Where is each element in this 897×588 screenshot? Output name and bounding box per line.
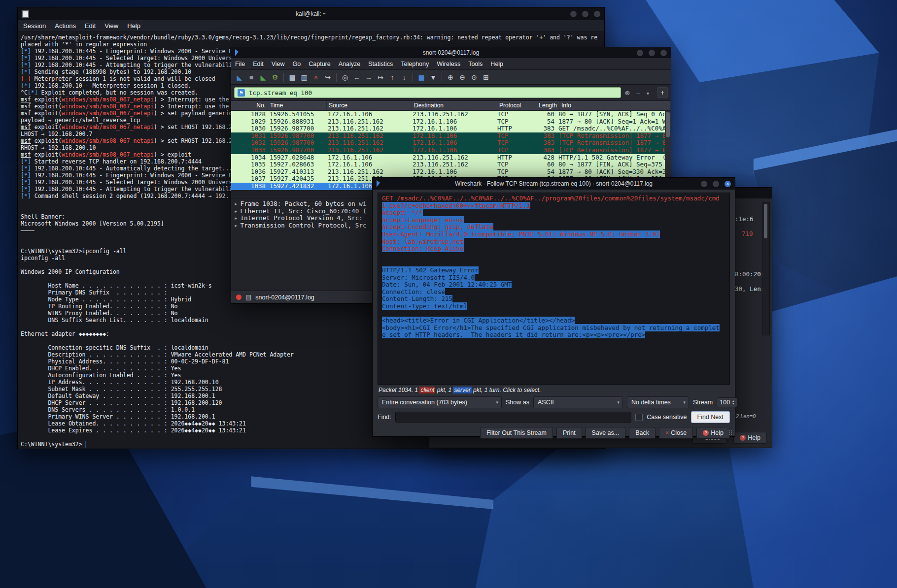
column-header-time[interactable]: Time [268, 101, 327, 110]
display-filter-input[interactable] [248, 89, 618, 97]
zoom-reset-icon[interactable]: ⊙ [469, 72, 480, 83]
minimize-button[interactable] [701, 181, 707, 187]
packet-row[interactable]: 103515927.028663172.16.1.106213.116.251.… [231, 161, 671, 168]
stream-label: Stream [693, 399, 713, 406]
save-as-button[interactable]: Save as... [586, 427, 626, 439]
filter-bookmark-icon[interactable] [238, 89, 245, 97]
print-button[interactable]: Print [556, 427, 582, 439]
resize-columns-icon[interactable]: ⊞ [481, 72, 491, 83]
wireshark-menu-tools[interactable]: Tools [464, 59, 486, 69]
minimize-button[interactable] [637, 50, 643, 56]
back-button[interactable]: Back [629, 427, 656, 439]
wireshark-menu-wireless[interactable]: Wireless [433, 59, 464, 69]
filter-clear-icon[interactable] [623, 89, 631, 97]
packet-row[interactable]: 103015926.987700213.116.251.162172.16.1.… [231, 125, 671, 132]
wireshark-menu-go[interactable]: Go [289, 59, 305, 69]
column-header-info[interactable]: Info [559, 101, 671, 110]
wireshark-menu-view[interactable]: View [268, 59, 289, 69]
filter-out-stream-button[interactable]: Filter Out This Stream [480, 427, 553, 439]
close-button[interactable] [724, 181, 731, 187]
column-header-destination[interactable]: Destination [412, 101, 497, 110]
terminal-menu-help[interactable]: Help [123, 21, 145, 31]
minimize-button[interactable] [570, 11, 577, 17]
auto-scroll-icon[interactable]: ▼ [428, 72, 439, 83]
background-scrollbar[interactable] [762, 202, 770, 335]
scrollbar-thumb[interactable] [666, 112, 670, 137]
go-first-packet-icon[interactable]: ↑ [387, 72, 398, 83]
find-next-button[interactable]: Find Next [691, 411, 730, 423]
terminal-titlebar[interactable]: kali@kali: ~ [18, 7, 604, 20]
colorize-packets-icon[interactable]: ▦ [416, 72, 427, 83]
stream-number-spinner[interactable]: 100 [717, 397, 737, 407]
column-header-protocol[interactable]: Protocol [497, 101, 532, 110]
follow-titlebar[interactable]: Wireshark · Follow TCP Stream (tcp.strea… [373, 178, 735, 190]
expand-arrow-icon[interactable]: ▸ [234, 200, 238, 207]
go-forward-icon[interactable]: → [363, 72, 374, 83]
maximize-button[interactable] [713, 181, 719, 187]
stop-capture-icon[interactable]: ■ [246, 72, 257, 83]
background-text-fragment: 30, Len: [735, 285, 764, 293]
expand-arrow-icon[interactable]: ▸ [234, 214, 238, 222]
save-file-icon[interactable]: ▥ [299, 72, 310, 83]
close-button[interactable] [660, 50, 667, 56]
maximize-button[interactable] [582, 11, 588, 17]
terminal-menu-actions[interactable]: Actions [50, 21, 80, 31]
stream-line: e set of HTTP headers. The headers it di… [382, 331, 725, 339]
find-input[interactable] [395, 412, 631, 423]
packet-row[interactable]: 103115926.987700213.116.251.162172.16.1.… [231, 132, 671, 140]
spinner-arrows-icon[interactable] [732, 399, 734, 405]
filter-dropdown-icon[interactable] [644, 89, 652, 97]
close-button[interactable] [594, 11, 600, 17]
column-header-source[interactable]: Source [327, 101, 412, 110]
packet-row[interactable]: 102815926.541055172.16.1.106213.116.251.… [231, 111, 671, 118]
packet-row[interactable]: 103415927.028648172.16.1.106213.116.251.… [231, 154, 671, 162]
terminal-menu-session[interactable]: Session [19, 21, 50, 31]
go-last-packet-icon[interactable]: ↓ [399, 72, 410, 83]
reload-file-icon[interactable]: ↪ [322, 72, 333, 83]
zoom-out-icon[interactable]: ⊖ [457, 72, 468, 83]
help-button[interactable]: Help [696, 427, 730, 439]
zoom-in-icon[interactable]: ⊕ [445, 72, 456, 83]
restart-capture-icon[interactable]: ◣ [258, 72, 269, 83]
packet-row[interactable]: 103315926.987700213.116.251.162172.16.1.… [231, 147, 671, 154]
go-back-icon[interactable]: ← [351, 72, 362, 83]
show-as-select[interactable]: ASCII [533, 396, 623, 408]
display-filter-field[interactable] [234, 87, 621, 98]
column-header-no[interactable]: No. [231, 101, 268, 110]
close-file-icon[interactable]: × [310, 72, 321, 83]
filter-apply-icon[interactable] [634, 89, 642, 97]
wireshark-menu-telephony[interactable]: Telephony [397, 59, 433, 69]
expand-arrow-icon[interactable]: ▸ [234, 207, 238, 215]
terminal-menu-view[interactable]: View [100, 21, 123, 31]
stream-line [382, 260, 725, 267]
scrollbar-thumb[interactable] [764, 204, 767, 238]
capture-options-icon[interactable]: ⚙ [270, 72, 280, 83]
wireshark-menu-file[interactable]: File [231, 59, 249, 69]
wireshark-menu-statistics[interactable]: Statistics [364, 59, 397, 69]
terminal-menu-edit[interactable]: Edit [80, 21, 100, 31]
wireshark-menu-capture[interactable]: Capture [305, 59, 334, 69]
packet-row[interactable]: 103615927.410313213.116.251.162172.16.1.… [231, 168, 671, 176]
wireshark-menu-analyze[interactable]: Analyze [335, 59, 364, 69]
packet-row[interactable]: 102915926.888931213.116.251.162172.16.1.… [231, 118, 671, 126]
close-button[interactable]: Close [659, 427, 693, 439]
wireshark-titlebar[interactable]: snort-0204@0117.log [231, 47, 671, 58]
case-sensitive-checkbox[interactable] [635, 414, 643, 421]
start-capture-icon[interactable]: ◣ [234, 72, 245, 83]
wireshark-menu-help[interactable]: Help [486, 59, 507, 69]
column-header-length[interactable]: Length [532, 101, 559, 110]
wireshark-menu-edit[interactable]: Edit [249, 59, 268, 69]
background-help-button[interactable]: Help [733, 432, 767, 444]
open-file-icon[interactable]: ▤ [287, 72, 298, 83]
delta-times-select[interactable]: No delta times [627, 396, 689, 408]
conversation-select[interactable]: Entire conversation (703 bytes) [378, 396, 502, 408]
stream-content[interactable]: GET /msadc/..%C0%AF../..%C0%AF../..%C0%A… [378, 193, 730, 385]
maximize-button[interactable] [649, 50, 655, 56]
packet-row[interactable]: 103215926.987700213.116.251.162172.16.1.… [231, 139, 671, 147]
expand-arrow-icon[interactable]: ▸ [234, 222, 238, 229]
stream-status-line[interactable]: Packet 1034. 1 client pkt, 1 server pkt,… [373, 385, 735, 394]
filter-add-button[interactable]: + [657, 87, 668, 98]
go-to-packet-icon[interactable]: ↦ [375, 72, 386, 83]
resize-grip[interactable] [728, 430, 733, 435]
find-packet-icon[interactable]: ◎ [340, 72, 350, 83]
